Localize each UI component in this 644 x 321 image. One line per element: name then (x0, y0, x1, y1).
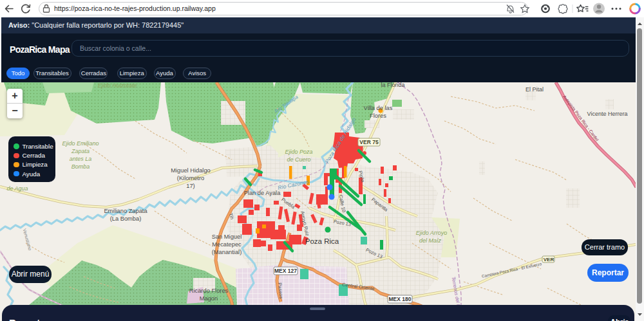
svg-text:del Maíz: del Maíz (419, 237, 442, 244)
svg-text:de Cuero: de Cuero (287, 156, 310, 163)
svg-text:MEX 127: MEX 127 (274, 268, 297, 274)
svg-text:(Manantial): (Manantial) (212, 249, 242, 255)
svg-text:Ejido Poza: Ejido Poza (285, 149, 312, 155)
svg-text:Mecatepec: Mecatepec (212, 241, 242, 248)
svg-text:Vicente Herrera: Vicente Herrera (587, 111, 628, 117)
svg-text:Ejido Huizotate: Ejido Huizotate (98, 82, 137, 89)
svg-text:VER: VER (544, 257, 554, 262)
svg-text:Ricardo Flores: Ricardo Flores (189, 288, 229, 294)
svg-text:Ejido Arroyo: Ejido Arroyo (416, 230, 448, 236)
svg-text:antes La: antes La (70, 156, 92, 162)
svg-text:Magon: Magon (200, 295, 218, 302)
svg-text:MEX 180: MEX 180 (389, 296, 412, 302)
svg-text:17): 17) (186, 183, 194, 189)
svg-text:Poza Rica: Poza Rica (305, 237, 339, 245)
svg-text:(La Bomba): (La Bomba) (110, 216, 142, 222)
svg-text:la Florida: la Florida (381, 82, 404, 88)
svg-text:Ejido Emiliano: Ejido Emiliano (62, 140, 99, 147)
svg-text:(Kilometro: (Kilometro (177, 175, 204, 181)
svg-text:Miguel Hidalgo: Miguel Hidalgo (171, 167, 211, 174)
svg-text:Plan de Ayala: Plan de Ayala (244, 190, 281, 196)
svg-text:San Miguel: San Miguel (212, 234, 242, 240)
svg-text:de Agua: de Agua (6, 185, 28, 192)
svg-text:El Pital: El Pital (526, 86, 544, 93)
svg-text:VER 75: VER 75 (359, 139, 379, 145)
svg-text:Villa de las: Villa de las (364, 105, 393, 111)
svg-text:Flores: Flores (370, 113, 386, 119)
svg-text:Emiliano Zapata: Emiliano Zapata (104, 208, 147, 214)
svg-text:Bomba: Bomba (71, 163, 90, 170)
svg-text:Zapata: Zapata (71, 148, 90, 154)
